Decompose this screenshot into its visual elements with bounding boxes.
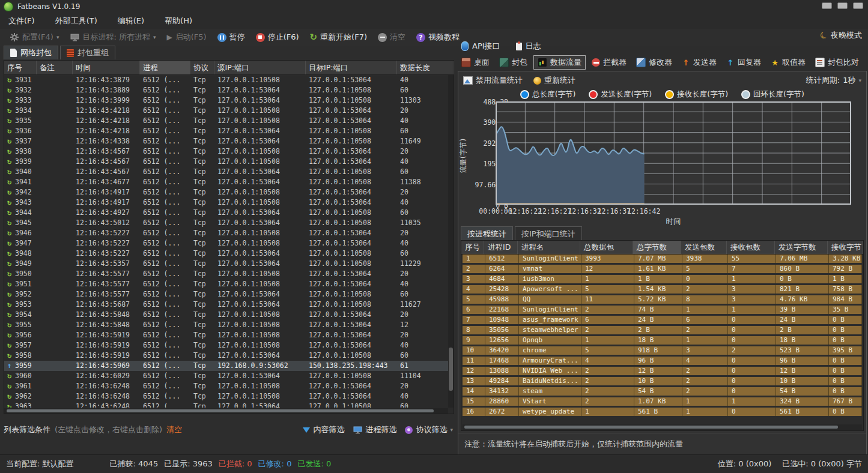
col-seq[interactable]: 序号: [4, 61, 37, 74]
packet-row[interactable]: ↻396212:16:43:62486512 (...Tcp127.0.0.1:…: [4, 391, 448, 402]
process-filter-button[interactable]: 进程筛选: [353, 424, 396, 435]
stats-row[interactable]: 1434132steam254 B2054 B0 B: [463, 387, 862, 396]
tab-发送器[interactable]: ↑发送器: [678, 56, 720, 69]
close-button[interactable]: [853, 2, 863, 9]
menu-item[interactable]: 外部工具(T): [55, 16, 97, 26]
menu-item[interactable]: 帮助(H): [165, 16, 192, 26]
col-total-bytes[interactable]: 总字节数: [633, 241, 681, 254]
packet-row[interactable]: ↻396112:16:43:62486512 (...Tcp127.0.0.1:…: [4, 381, 448, 391]
stats-row[interactable]: 622168SunloginClient274 B1139 B35 B: [463, 306, 862, 314]
packet-row[interactable]: ↻394912:16:43:53576512 (...Tcp127.0.0.1:…: [4, 259, 448, 269]
packet-row[interactable]: ↻395412:16:43:58486512 (...Tcp127.0.0.1:…: [4, 310, 448, 320]
packet-row[interactable]: ↻394212:16:43:49176512 (...Tcp127.0.0.1:…: [4, 187, 448, 197]
col-recv-bytes[interactable]: 接收字节: [828, 241, 863, 254]
packet-row[interactable]: ↻395712:16:43:59196512 (...Tcp127.0.0.1:…: [4, 340, 448, 351]
config-button[interactable]: 配置(F4) ▾: [6, 30, 62, 44]
packet-row[interactable]: ↻393312:16:43:39996512 (...Tcp127.0.0.1:…: [4, 95, 448, 106]
horizontal-scrollbar[interactable]: [463, 424, 862, 430]
filter-clear-button[interactable]: 清空: [166, 424, 182, 435]
packet-row[interactable]: ↻395212:16:43:55776512 (...Tcp127.0.0.1:…: [4, 289, 448, 300]
col-pid[interactable]: 进程ID: [484, 241, 518, 254]
stats-row[interactable]: 1117468ArmouryCrat...496 B4096 B0 B: [463, 357, 862, 365]
tab-回复器[interactable]: ↑回复器: [723, 56, 765, 69]
legend-item[interactable]: 发送长度(字节): [589, 89, 652, 100]
legend-item[interactable]: 回环长度(字节): [741, 89, 804, 100]
tab-packet-reassembly[interactable]: 封包重组: [60, 46, 115, 59]
packet-row[interactable]: ↻395012:16:43:55776512 (...Tcp127.0.0.1:…: [4, 269, 448, 279]
packet-row[interactable]: ↻396312:16:43:62486512 (...Tcp127.0.0.1:…: [4, 402, 448, 408]
vertical-scrollbar[interactable]: [448, 75, 454, 408]
tab-封包比对[interactable]: 封包比对: [812, 56, 863, 69]
packet-row[interactable]: ↻394512:16:43:50126512 (...Tcp127.0.0.1:…: [4, 218, 448, 228]
packet-row[interactable]: ↻395812:16:43:59196512 (...Tcp127.0.0.1:…: [4, 351, 448, 361]
packet-row[interactable]: ↻393612:16:43:42186512 (...Tcp127.0.0.1:…: [4, 126, 448, 136]
tab-取值器[interactable]: ★取值器: [767, 56, 809, 69]
packet-row[interactable]: ↻393512:16:43:42186512 (...Tcp127.0.0.1:…: [4, 116, 448, 126]
tutorial-button[interactable]: ? 视频教程: [413, 30, 463, 44]
restart-button[interactable]: ↻ 重新开始(F7): [306, 30, 371, 44]
col-sent-packets[interactable]: 发送包数: [681, 241, 727, 254]
col-time[interactable]: 时间: [73, 61, 140, 74]
scrollbar-thumb[interactable]: [7, 409, 434, 412]
col-recv-packets[interactable]: 接收包数: [727, 241, 775, 254]
tab-数据流量[interactable]: 数据流量: [533, 55, 586, 70]
packet-row[interactable]: ↻394012:16:43:45676512 (...Tcp127.0.0.1:…: [4, 167, 448, 177]
tab-stats-by-ip-port[interactable]: 按IP和端口统计: [515, 226, 582, 241]
packet-row[interactable]: ↻393712:16:43:43386512 (...Tcp127.0.0.1:…: [4, 136, 448, 146]
col-process-name[interactable]: 进程名: [518, 241, 580, 254]
horizontal-scrollbar[interactable]: [4, 408, 448, 414]
packet-row[interactable]: ↑395912:16:43:59696512 (...Tcp192.168.0.…: [4, 361, 448, 371]
target-process-button[interactable]: 目标进程: 所有进程 ▾: [66, 30, 159, 44]
packet-row[interactable]: ↻395512:16:43:58486512 (...Tcp127.0.0.1:…: [4, 320, 448, 330]
stats-row[interactable]: 545988QQ115.72 KB834.76 KB984 B: [463, 295, 862, 304]
stats-row[interactable]: 1213088NVIDIA Web ...212 B2012 B0 B: [463, 367, 862, 375]
scrollbar-thumb[interactable]: [449, 348, 453, 391]
maximize-button[interactable]: [837, 2, 848, 9]
packet-row[interactable]: ↻393812:16:43:45676512 (...Tcp127.0.0.1:…: [4, 146, 448, 157]
content-filter-button[interactable]: 内容筛选: [303, 424, 344, 435]
packet-row[interactable]: ↻393412:16:43:42186512 (...Tcp127.0.0.1:…: [4, 106, 448, 116]
stop-button[interactable]: 停止(F6): [252, 30, 303, 44]
packet-row[interactable]: ↻395312:16:43:56876512 (...Tcp127.0.0.1:…: [4, 300, 448, 310]
menu-item[interactable]: 文件(F): [8, 16, 35, 26]
tab-桌面[interactable]: 桌面: [458, 56, 493, 69]
clear-button[interactable]: 清空: [374, 30, 409, 44]
packet-row[interactable]: ↻393912:16:43:45676512 (...Tcp127.0.0.1:…: [4, 157, 448, 167]
disable-stats-button[interactable]: 禁用流量统计: [463, 75, 523, 86]
scrollbar-thumb[interactable]: [464, 426, 838, 429]
stats-row[interactable]: 425428Apowersoft ...51.54 KB23821 B758 B: [463, 285, 862, 294]
col-dst[interactable]: 目标IP:端口: [306, 61, 397, 74]
packet-row[interactable]: ↻394112:16:43:46776512 (...Tcp127.0.0.1:…: [4, 177, 448, 187]
col-total-packets[interactable]: 总数据包: [580, 241, 633, 254]
recount-button[interactable]: 重新统计: [533, 75, 575, 86]
packet-row[interactable]: ↻394612:16:43:52276512 (...Tcp127.0.0.1:…: [4, 228, 448, 238]
col-length[interactable]: 数据长度: [397, 61, 454, 74]
tab-stats-by-process[interactable]: 按进程统计: [461, 226, 513, 241]
col-process[interactable]: 进程: [140, 61, 190, 74]
tab-修改器[interactable]: 修改器: [633, 56, 676, 69]
legend-item[interactable]: 总长度(字节): [520, 89, 575, 100]
packet-row[interactable]: ↻394412:16:43:49276512 (...Tcp127.0.0.1:…: [4, 208, 448, 218]
protocol-filter-button[interactable]: 协议筛选 ▾: [405, 424, 453, 435]
col-seq[interactable]: 序号: [461, 241, 484, 254]
packet-row[interactable]: ↻394712:16:43:52276512 (...Tcp127.0.0.1:…: [4, 238, 448, 249]
log-button[interactable]: 日志: [516, 41, 541, 52]
col-note[interactable]: 备注: [37, 61, 73, 74]
period-select[interactable]: 统计周期: 1秒 ▾: [806, 75, 861, 86]
tab-network-packets[interactable]: 网络封包: [4, 46, 58, 59]
stats-row[interactable]: 34684iusb3mon11 B010 B1 B: [463, 275, 862, 283]
stats-row[interactable]: 16512SunloginClient39937.07 MB3938557.06…: [463, 255, 862, 263]
packet-row[interactable]: ↻394312:16:43:49176512 (...Tcp127.0.0.1:…: [4, 197, 448, 208]
night-mode-toggle[interactable]: ☾ 夜晚模式: [820, 30, 862, 41]
stats-row[interactable]: 710948asus_framework624 B6024 B0 B: [463, 316, 862, 324]
packet-row[interactable]: ↻395112:16:43:55776512 (...Tcp127.0.0.1:…: [4, 279, 448, 289]
stats-row[interactable]: 1349284BaiduNetdis...210 B2010 B0 B: [463, 377, 862, 385]
stats-row[interactable]: 835056steamwebhelper22 B202 B0 B: [463, 326, 862, 334]
packet-row[interactable]: ↻393112:16:43:38796512 (...Tcp127.0.0.1:…: [4, 75, 448, 85]
pause-button[interactable]: 暂停: [214, 30, 249, 44]
packet-row[interactable]: ↻394812:16:43:52276512 (...Tcp127.0.0.1:…: [4, 249, 448, 259]
stats-row[interactable]: 162672wetype_update1561 B10561 B0 B: [463, 408, 862, 416]
legend-item[interactable]: 接收长度(字节): [665, 89, 728, 100]
minimize-button[interactable]: [822, 2, 832, 9]
stats-row[interactable]: 1036420chrome5918 B32523 B395 B: [463, 346, 862, 355]
